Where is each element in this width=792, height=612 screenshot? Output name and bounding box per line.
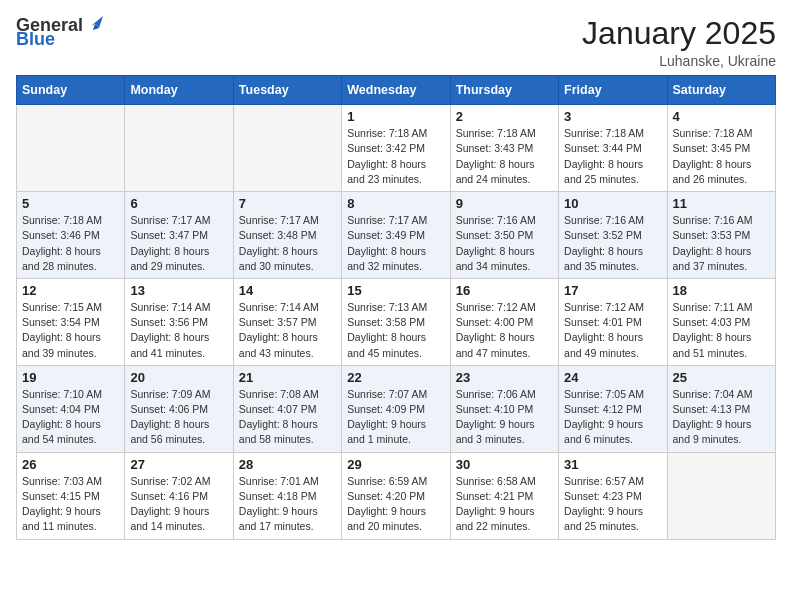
calendar-week-row: 5Sunrise: 7:18 AM Sunset: 3:46 PM Daylig… [17,192,776,279]
day-info: Sunrise: 7:16 AM Sunset: 3:50 PM Dayligh… [456,213,553,274]
calendar-cell [667,452,775,539]
day-number: 18 [673,283,770,298]
day-number: 7 [239,196,336,211]
calendar-cell: 24Sunrise: 7:05 AM Sunset: 4:12 PM Dayli… [559,365,667,452]
day-info: Sunrise: 7:14 AM Sunset: 3:57 PM Dayligh… [239,300,336,361]
calendar-cell: 28Sunrise: 7:01 AM Sunset: 4:18 PM Dayli… [233,452,341,539]
weekday-header-friday: Friday [559,76,667,105]
day-number: 17 [564,283,661,298]
weekday-header-monday: Monday [125,76,233,105]
calendar-cell: 27Sunrise: 7:02 AM Sunset: 4:16 PM Dayli… [125,452,233,539]
calendar-cell [125,105,233,192]
page-container: General Blue January 2025 Luhanske, Ukra… [0,0,792,550]
day-info: Sunrise: 7:13 AM Sunset: 3:58 PM Dayligh… [347,300,444,361]
day-info: Sunrise: 6:57 AM Sunset: 4:23 PM Dayligh… [564,474,661,535]
weekday-header-tuesday: Tuesday [233,76,341,105]
weekday-header-wednesday: Wednesday [342,76,450,105]
day-number: 26 [22,457,119,472]
day-number: 16 [456,283,553,298]
location-subtitle: Luhanske, Ukraine [582,53,776,69]
calendar-table: SundayMondayTuesdayWednesdayThursdayFrid… [16,75,776,539]
calendar-cell: 17Sunrise: 7:12 AM Sunset: 4:01 PM Dayli… [559,278,667,365]
day-number: 10 [564,196,661,211]
day-info: Sunrise: 7:16 AM Sunset: 3:53 PM Dayligh… [673,213,770,274]
calendar-cell: 30Sunrise: 6:58 AM Sunset: 4:21 PM Dayli… [450,452,558,539]
calendar-cell: 4Sunrise: 7:18 AM Sunset: 3:45 PM Daylig… [667,105,775,192]
calendar-cell: 12Sunrise: 7:15 AM Sunset: 3:54 PM Dayli… [17,278,125,365]
day-info: Sunrise: 7:18 AM Sunset: 3:43 PM Dayligh… [456,126,553,187]
calendar-cell: 7Sunrise: 7:17 AM Sunset: 3:48 PM Daylig… [233,192,341,279]
day-info: Sunrise: 7:18 AM Sunset: 3:44 PM Dayligh… [564,126,661,187]
day-number: 21 [239,370,336,385]
day-number: 28 [239,457,336,472]
day-info: Sunrise: 7:04 AM Sunset: 4:13 PM Dayligh… [673,387,770,448]
calendar-cell: 14Sunrise: 7:14 AM Sunset: 3:57 PM Dayli… [233,278,341,365]
day-info: Sunrise: 7:17 AM Sunset: 3:49 PM Dayligh… [347,213,444,274]
day-number: 20 [130,370,227,385]
day-info: Sunrise: 7:17 AM Sunset: 3:47 PM Dayligh… [130,213,227,274]
day-number: 3 [564,109,661,124]
day-info: Sunrise: 7:18 AM Sunset: 3:46 PM Dayligh… [22,213,119,274]
calendar-cell: 31Sunrise: 6:57 AM Sunset: 4:23 PM Dayli… [559,452,667,539]
day-info: Sunrise: 7:05 AM Sunset: 4:12 PM Dayligh… [564,387,661,448]
calendar-cell: 2Sunrise: 7:18 AM Sunset: 3:43 PM Daylig… [450,105,558,192]
logo-blue-text: Blue [16,30,55,48]
day-number: 13 [130,283,227,298]
day-info: Sunrise: 7:09 AM Sunset: 4:06 PM Dayligh… [130,387,227,448]
title-section: January 2025 Luhanske, Ukraine [582,16,776,69]
month-title: January 2025 [582,16,776,51]
day-info: Sunrise: 7:01 AM Sunset: 4:18 PM Dayligh… [239,474,336,535]
weekday-header-thursday: Thursday [450,76,558,105]
calendar-cell: 21Sunrise: 7:08 AM Sunset: 4:07 PM Dayli… [233,365,341,452]
day-info: Sunrise: 7:10 AM Sunset: 4:04 PM Dayligh… [22,387,119,448]
day-info: Sunrise: 7:14 AM Sunset: 3:56 PM Dayligh… [130,300,227,361]
calendar-cell: 29Sunrise: 6:59 AM Sunset: 4:20 PM Dayli… [342,452,450,539]
calendar-cell: 10Sunrise: 7:16 AM Sunset: 3:52 PM Dayli… [559,192,667,279]
day-number: 31 [564,457,661,472]
day-number: 29 [347,457,444,472]
weekday-header-sunday: Sunday [17,76,125,105]
calendar-cell: 15Sunrise: 7:13 AM Sunset: 3:58 PM Dayli… [342,278,450,365]
day-info: Sunrise: 7:18 AM Sunset: 3:42 PM Dayligh… [347,126,444,187]
calendar-week-row: 19Sunrise: 7:10 AM Sunset: 4:04 PM Dayli… [17,365,776,452]
day-info: Sunrise: 7:16 AM Sunset: 3:52 PM Dayligh… [564,213,661,274]
calendar-cell: 1Sunrise: 7:18 AM Sunset: 3:42 PM Daylig… [342,105,450,192]
day-number: 4 [673,109,770,124]
day-number: 8 [347,196,444,211]
calendar-cell: 26Sunrise: 7:03 AM Sunset: 4:15 PM Dayli… [17,452,125,539]
day-number: 6 [130,196,227,211]
weekday-header-saturday: Saturday [667,76,775,105]
day-number: 9 [456,196,553,211]
day-number: 27 [130,457,227,472]
day-info: Sunrise: 7:12 AM Sunset: 4:00 PM Dayligh… [456,300,553,361]
day-number: 12 [22,283,119,298]
day-info: Sunrise: 7:07 AM Sunset: 4:09 PM Dayligh… [347,387,444,448]
calendar-cell: 19Sunrise: 7:10 AM Sunset: 4:04 PM Dayli… [17,365,125,452]
day-number: 30 [456,457,553,472]
calendar-cell: 13Sunrise: 7:14 AM Sunset: 3:56 PM Dayli… [125,278,233,365]
calendar-cell: 3Sunrise: 7:18 AM Sunset: 3:44 PM Daylig… [559,105,667,192]
day-info: Sunrise: 7:08 AM Sunset: 4:07 PM Dayligh… [239,387,336,448]
calendar-week-row: 1Sunrise: 7:18 AM Sunset: 3:42 PM Daylig… [17,105,776,192]
calendar-cell: 25Sunrise: 7:04 AM Sunset: 4:13 PM Dayli… [667,365,775,452]
calendar-cell: 5Sunrise: 7:18 AM Sunset: 3:46 PM Daylig… [17,192,125,279]
calendar-cell: 6Sunrise: 7:17 AM Sunset: 3:47 PM Daylig… [125,192,233,279]
day-number: 1 [347,109,444,124]
day-number: 22 [347,370,444,385]
calendar-cell: 20Sunrise: 7:09 AM Sunset: 4:06 PM Dayli… [125,365,233,452]
day-info: Sunrise: 7:17 AM Sunset: 3:48 PM Dayligh… [239,213,336,274]
day-number: 2 [456,109,553,124]
weekday-header-row: SundayMondayTuesdayWednesdayThursdayFrid… [17,76,776,105]
day-info: Sunrise: 7:15 AM Sunset: 3:54 PM Dayligh… [22,300,119,361]
day-info: Sunrise: 6:58 AM Sunset: 4:21 PM Dayligh… [456,474,553,535]
calendar-week-row: 12Sunrise: 7:15 AM Sunset: 3:54 PM Dayli… [17,278,776,365]
calendar-week-row: 26Sunrise: 7:03 AM Sunset: 4:15 PM Dayli… [17,452,776,539]
calendar-cell: 9Sunrise: 7:16 AM Sunset: 3:50 PM Daylig… [450,192,558,279]
calendar-cell: 18Sunrise: 7:11 AM Sunset: 4:03 PM Dayli… [667,278,775,365]
day-number: 5 [22,196,119,211]
logo-bird-icon [85,14,107,34]
day-info: Sunrise: 7:12 AM Sunset: 4:01 PM Dayligh… [564,300,661,361]
day-number: 24 [564,370,661,385]
day-info: Sunrise: 6:59 AM Sunset: 4:20 PM Dayligh… [347,474,444,535]
header: General Blue January 2025 Luhanske, Ukra… [16,16,776,69]
